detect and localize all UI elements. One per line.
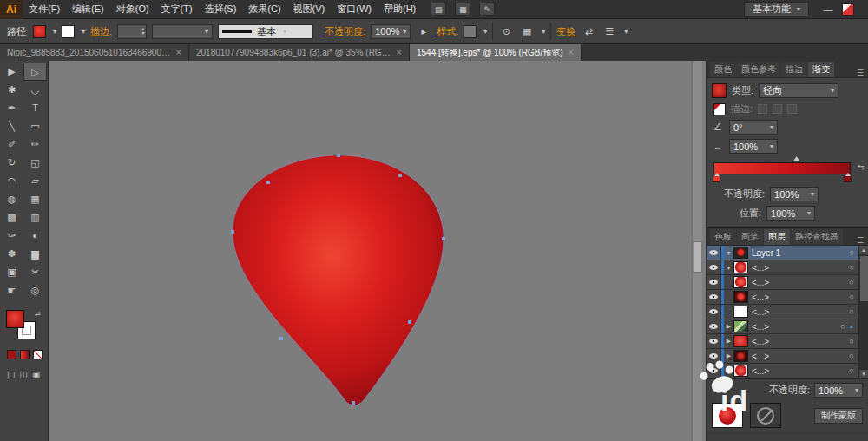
visibility-toggle[interactable]: [707, 290, 721, 304]
gradient-slider[interactable]: ⇋: [713, 162, 851, 174]
rectangle-tool[interactable]: ▭: [23, 117, 47, 135]
layer-name[interactable]: <...>: [752, 293, 845, 302]
layer-row[interactable]: <...>○: [707, 290, 858, 305]
step-down-icon[interactable]: ▾: [141, 31, 144, 36]
width-profile-select[interactable]: ▾: [152, 24, 213, 39]
gradient-stop-end[interactable]: [844, 175, 852, 182]
layer-target-icon[interactable]: ○: [845, 263, 858, 272]
tab-brushes[interactable]: 画笔: [737, 229, 763, 245]
transform-link[interactable]: 变换: [556, 25, 575, 38]
layer-thumbnail[interactable]: [733, 261, 748, 273]
magic-wand-tool[interactable]: ✱: [0, 81, 23, 99]
style-expand-icon[interactable]: ▸: [416, 24, 431, 38]
tab-swatches[interactable]: 色板: [710, 229, 736, 245]
layer-row[interactable]: ▶<...>○: [707, 334, 858, 349]
line-segment-tool[interactable]: ╲: [0, 117, 23, 135]
scroll-up-icon[interactable]: ▴: [859, 246, 868, 254]
eyedropper-tool[interactable]: ✑: [0, 227, 23, 245]
style-link[interactable]: 样式:: [437, 25, 458, 38]
panel-menu-icon[interactable]: ☰: [852, 236, 868, 245]
gradient-tool[interactable]: ▥: [23, 208, 47, 227]
width-tool[interactable]: ◠: [0, 172, 23, 190]
menu-effect[interactable]: 效果(C): [242, 3, 286, 16]
expand-toggle-icon[interactable]: ▶: [724, 367, 733, 374]
close-icon[interactable]: ×: [569, 44, 574, 61]
visibility-toggle[interactable]: [707, 305, 721, 319]
layer-name[interactable]: <...>: [752, 352, 845, 361]
fill-proxy-swatch[interactable]: [713, 103, 726, 115]
layer-row[interactable]: ▼<...>○: [707, 260, 858, 275]
layer-target-icon[interactable]: ○: [845, 337, 858, 346]
zoom-tool[interactable]: ◎: [23, 281, 47, 299]
layer-target-icon[interactable]: ○: [836, 322, 850, 331]
style-swatch[interactable]: [464, 25, 477, 38]
layer-row[interactable]: ▶<...>○: [707, 364, 858, 378]
expand-toggle-icon[interactable]: ▶: [724, 338, 733, 345]
layer-target-icon[interactable]: ○: [845, 366, 858, 375]
layer-target-icon[interactable]: ○: [845, 248, 858, 257]
brush-definition-select[interactable]: 基本 ▾: [218, 24, 313, 39]
panel-menu-icon[interactable]: ☰: [852, 69, 868, 77]
tab-layers[interactable]: 图层: [764, 229, 790, 245]
menu-window[interactable]: 窗口(W): [331, 3, 378, 16]
layer-thumbnail[interactable]: [733, 350, 748, 362]
visibility-toggle[interactable]: [707, 260, 721, 274]
free-transform-tool[interactable]: ▱: [23, 172, 47, 190]
workspace-switcher[interactable]: 基本功能 ▾: [744, 2, 809, 17]
pen-tool[interactable]: ✒: [0, 99, 23, 117]
layer-name[interactable]: <...>: [752, 322, 836, 332]
layer-target-icon[interactable]: ○: [845, 352, 858, 360]
layer-name[interactable]: <...>: [752, 366, 845, 376]
pencil-tool[interactable]: ✏: [23, 135, 47, 154]
layer-row[interactable]: ▼Layer 1○: [707, 246, 858, 260]
blend-tool[interactable]: ◐: [23, 227, 47, 245]
layer-thumbnail[interactable]: [733, 291, 748, 303]
stroke-color-swatch[interactable]: [62, 25, 75, 38]
artboard-tool[interactable]: ▣: [0, 263, 23, 281]
layer-target-icon[interactable]: ○: [845, 278, 858, 286]
make-mask-button[interactable]: 制作蒙版: [814, 408, 863, 424]
gradient-midpoint-handle[interactable]: [793, 156, 800, 161]
minimize-icon[interactable]: —: [821, 3, 835, 16]
layer-target-icon[interactable]: ○: [845, 293, 858, 301]
menu-object[interactable]: 对象(O): [110, 3, 155, 16]
stroke-gradient-within-icon[interactable]: [758, 104, 767, 114]
red-blob-shape[interactable]: [233, 155, 444, 405]
swap-fill-stroke-icon[interactable]: ⇄: [35, 310, 41, 318]
layers-scrollbar[interactable]: ▴ ▾: [858, 246, 868, 378]
fullscreen-menu-mode-icon[interactable]: ◫: [19, 370, 27, 379]
scroll-down-icon[interactable]: ▾: [859, 370, 868, 378]
layer-name[interactable]: Layer 1: [752, 248, 845, 258]
visibility-toggle[interactable]: [707, 334, 721, 348]
layer-thumbnail[interactable]: [733, 247, 748, 259]
direct-selection-tool[interactable]: ▷: [23, 63, 47, 81]
column-graph-tool[interactable]: ▆: [23, 245, 47, 263]
fill-swatch[interactable]: [6, 310, 24, 328]
scrollbar-thumb[interactable]: [860, 256, 868, 301]
opacity-link[interactable]: 不透明度:: [325, 25, 365, 38]
layer-thumbnail[interactable]: [733, 335, 748, 347]
gradient-position-select[interactable]: 100% ▾: [766, 206, 815, 220]
layer-thumbnail[interactable]: [733, 365, 748, 377]
visibility-toggle[interactable]: [707, 319, 721, 333]
expand-toggle-icon[interactable]: ▶: [724, 352, 733, 359]
type-tool[interactable]: T: [23, 99, 47, 117]
symbol-sprayer-tool[interactable]: ✽: [0, 245, 23, 263]
document-tab-active[interactable]: 1544 [转换].eps* @ 100% (RGB/预览) ×: [410, 44, 582, 61]
tab-gradient[interactable]: 渐变: [808, 62, 834, 77]
expand-toggle-icon[interactable]: ▼: [724, 250, 733, 256]
layer-target-icon[interactable]: ○: [845, 307, 858, 316]
scrollbar-thumb[interactable]: [694, 241, 702, 273]
stroke-link[interactable]: 描边:: [90, 25, 112, 38]
pen-stylus-icon[interactable]: ✎: [479, 3, 495, 16]
expand-toggle-icon[interactable]: ▶: [724, 323, 733, 330]
object-thumbnail[interactable]: [712, 403, 743, 428]
layer-name[interactable]: <...>: [752, 263, 845, 273]
stroke-gradient-along-icon[interactable]: [773, 104, 782, 114]
document-setup-icon[interactable]: ⊙: [498, 24, 514, 38]
layer-thumbnail[interactable]: [733, 276, 748, 288]
menu-view[interactable]: 视图(V): [287, 3, 332, 16]
chevron-down-icon[interactable]: ▾: [542, 28, 545, 36]
stroke-gradient-across-icon[interactable]: [787, 104, 797, 114]
layer-name[interactable]: <...>: [752, 278, 845, 287]
